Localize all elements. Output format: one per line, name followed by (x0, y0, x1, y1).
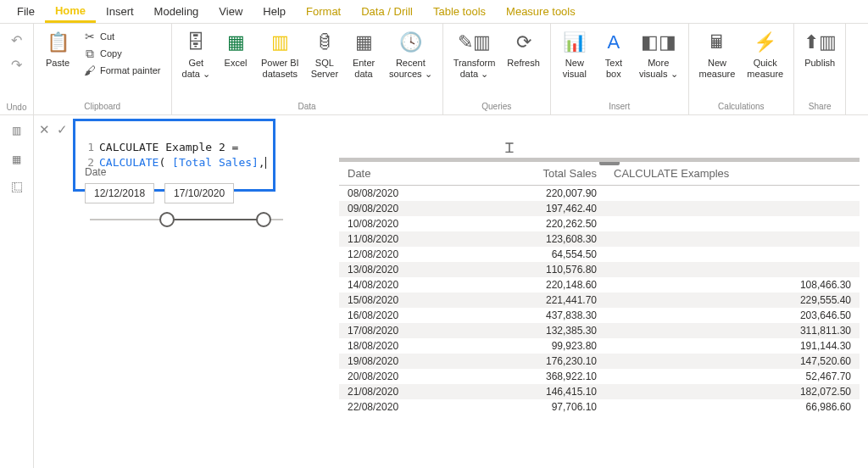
group-label-clipboard: Clipboard (39, 102, 166, 113)
new-measure-button[interactable]: 🖩New measure (694, 27, 741, 81)
publish-icon: ⬆▥ (806, 29, 833, 56)
slicer-handle-start[interactable] (159, 212, 175, 227)
paintbrush-icon: 🖌 (83, 64, 97, 77)
slicer-handle-end[interactable] (256, 212, 271, 227)
ibeam-cursor-icon: Ꮖ (505, 141, 515, 156)
table-row[interactable]: 16/08/2020437,838.30203,646.50 (339, 308, 860, 323)
table-row[interactable]: 14/08/2020220,148.60108,466.30 (339, 277, 860, 292)
tab-help[interactable]: Help (253, 2, 296, 21)
col-date[interactable]: Date (339, 162, 470, 186)
model-view-button[interactable]: ⿺ (7, 178, 27, 198)
table-row[interactable]: 22/08/202097,706.1066,986.60 (339, 399, 860, 415)
slicer-end-date[interactable]: 17/10/2020 (164, 183, 234, 203)
transform-data-button[interactable]: ✎▥Transform data ⌄ (448, 27, 501, 81)
recent-sources-button[interactable]: 🕓Recent sources ⌄ (384, 27, 437, 81)
table-row[interactable]: 15/08/2020221,441.70229,555.40 (339, 292, 860, 308)
quick-measure-button[interactable]: ⚡Quick measure (742, 27, 788, 81)
database-icon: 🗄 (182, 29, 209, 56)
data-group: 🗄Get data ⌄ ▦Excel ▥Power BI datasets 🛢S… (172, 24, 443, 114)
powerbi-datasets-button[interactable]: ▥Power BI datasets (256, 27, 304, 81)
clipboard-icon: 📋 (44, 29, 71, 56)
text-box-button[interactable]: AText box (595, 27, 632, 81)
tab-view[interactable]: View (209, 2, 253, 21)
sql-icon: 🛢 (311, 29, 338, 56)
table-visual[interactable]: Date Total Sales CALCULATE Examples 08/0… (339, 158, 860, 468)
undo-button[interactable]: ↶ (11, 32, 22, 48)
excel-icon: ▦ (222, 29, 249, 56)
insert-group: 📊New visual AText box ◧◨More visuals ⌄ I… (551, 24, 689, 114)
slicer-start-date[interactable]: 12/12/2018 (85, 183, 154, 203)
transform-icon: ✎▥ (460, 29, 487, 56)
calculator-icon: 🖩 (704, 29, 731, 56)
tab-file[interactable]: File (7, 2, 45, 21)
resize-handle-top[interactable] (599, 159, 620, 165)
col-total-sales[interactable]: Total Sales (470, 162, 605, 186)
pbi-icon: ▥ (266, 29, 293, 56)
enter-data-button[interactable]: ▦Enter data (345, 27, 382, 81)
slicer-title: Date (85, 166, 288, 178)
tab-format[interactable]: Format (296, 2, 351, 21)
lightning-icon: ⚡ (752, 29, 779, 56)
table-row[interactable]: 10/08/2020220,262.50 (339, 216, 860, 231)
queries-group: ✎▥Transform data ⌄ ⟳Refresh Queries (443, 24, 551, 114)
table-row[interactable]: 12/08/202064,554.50 (339, 247, 860, 262)
chart-plus-icon: 📊 (561, 29, 588, 56)
tab-measure-tools[interactable]: Measure tools (496, 2, 586, 21)
more-visuals-button[interactable]: ◧◨More visuals ⌄ (634, 27, 683, 81)
table-row[interactable]: 13/08/2020110,576.80 (339, 262, 860, 277)
table-icon: ▦ (350, 29, 377, 56)
recent-icon: 🕓 (397, 29, 424, 56)
view-switcher: ▥ ▦ ⿺ (0, 115, 34, 468)
copy-icon: ⧉ (83, 47, 97, 60)
copy-button[interactable]: ⧉Copy (81, 46, 163, 61)
paste-button[interactable]: 📋 Paste (39, 27, 76, 70)
table-row[interactable]: 09/08/2020197,462.40 (339, 201, 860, 216)
sql-server-button[interactable]: 🛢SQL Server (306, 27, 343, 81)
excel-button[interactable]: ▦Excel (217, 27, 254, 70)
scissors-icon: ✂ (83, 30, 97, 43)
clipboard-group: 📋 Paste ✂Cut ⧉Copy 🖌Format painter Clipb… (34, 24, 172, 114)
refresh-button[interactable]: ⟳Refresh (502, 27, 545, 70)
data-view-button[interactable]: ▦ (7, 149, 27, 170)
format-painter-button[interactable]: 🖌Format painter (81, 63, 163, 78)
tab-insert[interactable]: Insert (96, 2, 144, 21)
col-calculate-examples[interactable]: CALCULATE Examples (605, 162, 860, 186)
visuals-icon: ◧◨ (645, 29, 672, 56)
table-row[interactable]: 21/08/2020146,415.10182,072.50 (339, 384, 860, 399)
redo-button[interactable]: ↷ (11, 57, 22, 73)
group-label-queries: Queries (448, 102, 545, 113)
ribbon: ↶ ↷ Undo 📋 Paste ✂Cut ⧉Copy 🖌Format pain… (0, 24, 868, 115)
commit-formula-button[interactable]: ✓ (57, 122, 68, 137)
report-view-button[interactable]: ▥ (7, 120, 27, 141)
tab-table-tools[interactable]: Table tools (423, 2, 496, 21)
slicer-track (90, 212, 283, 227)
data-table: Date Total Sales CALCULATE Examples 08/0… (339, 162, 860, 415)
tab-data-drill[interactable]: Data / Drill (351, 2, 423, 21)
cancel-formula-button[interactable]: ✕ (39, 122, 50, 137)
group-label-data: Data (177, 102, 437, 113)
group-label-calc: Calculations (694, 102, 789, 113)
table-row[interactable]: 11/08/2020123,608.30 (339, 231, 860, 247)
table-row[interactable]: 18/08/202099,923.80191,144.30 (339, 338, 860, 354)
share-group: ⬆▥Publish Share (794, 24, 846, 114)
menubar: File HomeInsertModelingViewHelp FormatDa… (0, 0, 868, 24)
report-canvas: ✕ ✓ 1CALCULATE Example 2 = 2CALCULATE( [… (34, 115, 868, 468)
cut-button[interactable]: ✂Cut (81, 29, 163, 44)
new-visual-button[interactable]: 📊New visual (556, 27, 593, 81)
undo-group: ↶ ↷ Undo (0, 24, 34, 114)
group-label-share: Share (799, 102, 840, 113)
group-label-undo: Undo (7, 103, 27, 114)
publish-button[interactable]: ⬆▥Publish (799, 27, 840, 70)
table-row[interactable]: 08/08/2020220,007.90 (339, 186, 860, 202)
calculations-group: 🖩New measure ⚡Quick measure Calculations (689, 24, 795, 114)
table-row[interactable]: 17/08/2020132,385.30311,811.30 (339, 323, 860, 338)
table-row[interactable]: 19/08/2020176,230.10147,520.60 (339, 354, 860, 369)
text-icon: A (600, 29, 627, 56)
refresh-icon: ⟳ (510, 29, 537, 56)
tab-home[interactable]: Home (45, 1, 96, 23)
group-label-insert: Insert (556, 102, 683, 113)
table-row[interactable]: 20/08/2020368,922.1052,467.70 (339, 369, 860, 384)
tab-modeling[interactable]: Modeling (144, 2, 209, 21)
date-slicer[interactable]: Date 12/12/2018 17/10/2020 (85, 166, 288, 227)
get-data-button[interactable]: 🗄Get data ⌄ (177, 27, 215, 81)
